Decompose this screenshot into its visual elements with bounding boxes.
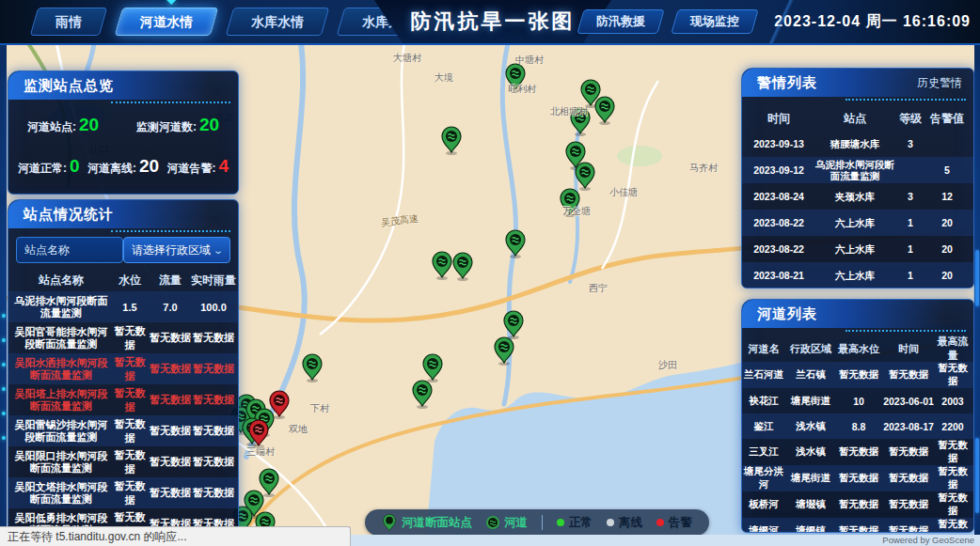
stats-row-1: 河道站点:20监测河道数:20 — [8, 115, 238, 135]
panel-header: 河道列表 — [742, 300, 973, 328]
river-time: 暂无数据 — [881, 445, 936, 459]
station-row[interactable]: 乌泥排水闸河段断面流量监测1.57.0100.0 — [8, 291, 238, 322]
station-name: 吴阳限口排水闸河段断面流量监测 — [8, 450, 110, 475]
header-button-1[interactable]: 防汛救援 — [577, 9, 664, 34]
panel-header: 警情列表 历史警情 — [742, 69, 973, 97]
alarm-value: 20 — [926, 217, 968, 228]
river-max-flow: 暂无数据 — [936, 491, 970, 518]
river-row[interactable]: 三叉江浅水镇暂无数据暂无数据暂无数据 — [742, 439, 973, 465]
river-max-level: 暂无数据 — [836, 472, 881, 485]
river-row[interactable]: 鉴江浅水镇8.82023-08-172200 — [742, 413, 973, 439]
panel-header: 站点情况统计 — [8, 200, 238, 228]
tab-2[interactable]: 河道水情 — [115, 8, 219, 36]
map-place-label: 小佳塘 — [609, 186, 638, 199]
topbar-right-group: 防汛救援现场监控 2023-12-04 周一 16:16:09 — [580, 0, 971, 43]
panel-station-statistics: 站点情况统计 请选择行政区域 ⌄ 站点名称 水位 流量 实时雨量 乌泥排水闸河段… — [8, 199, 239, 542]
col-time: 时间 — [881, 342, 936, 356]
panel-river-list: 河道列表 河道名 行政区域 最高水位 时间 最高流量 兰石河道兰石镇暂无数据暂无… — [741, 299, 974, 533]
col-rain: 实时雨量 — [191, 273, 236, 289]
alarm-level: 3 — [894, 138, 926, 149]
map-place-label: 旺利村 — [508, 83, 536, 96]
station-row[interactable]: 吴阳官哥能排水闸河段断面流量监测暂无数据暂无数据暂无数据 — [8, 322, 238, 353]
alarm-row[interactable]: 2023-09-13猪腰塘水库3 — [742, 131, 973, 157]
tab-1[interactable]: 雨情 — [30, 8, 108, 36]
edge-dot — [2, 338, 6, 342]
station-row[interactable]: 吴阳限口排水闸河段断面流量监测暂无数据暂无数据暂无数据 — [8, 446, 238, 477]
status-label: 正常 — [569, 515, 593, 531]
station-row[interactable]: 吴阳水洒排水闸河段断面流量监测暂无数据暂无数据暂无数据 — [8, 353, 238, 384]
alarm-row[interactable]: 2023-08-21六上水库120 — [742, 262, 973, 289]
river-max-level: 暂无数据 — [836, 524, 881, 533]
river-row[interactable]: 塘缀河塘缀镇暂无数据暂无数据暂无数据 — [742, 518, 973, 533]
page-title: 防汛抗旱一张图 — [411, 8, 576, 36]
history-alarms-link[interactable]: 历史警情 — [917, 75, 962, 91]
tab-3[interactable]: 水库水情 — [226, 8, 330, 36]
alarm-site: 夹颈水库 — [815, 191, 894, 202]
river-name: 鉴江 — [742, 420, 785, 433]
river-station-marker-icon[interactable] — [453, 253, 472, 281]
region-select-dropdown[interactable]: 请选择行政区域 ⌄ — [123, 237, 230, 263]
edge-dot — [2, 387, 6, 391]
scrollbar-thumb[interactable] — [975, 250, 979, 306]
legend-item-1: 河道断面站点 — [382, 513, 472, 532]
alarm-time: 2023-09-12 — [742, 164, 815, 176]
alarm-level: 1 — [894, 243, 926, 255]
alarm-row[interactable]: 2023-08-22六上水库120 — [742, 210, 973, 236]
station-name: 乌泥排水闸河段断面流量监测 — [8, 295, 110, 320]
river-station-marker-icon[interactable] — [413, 381, 432, 409]
map-place-label: 北相塘村 — [550, 105, 588, 118]
header-button-2[interactable]: 现场监控 — [671, 9, 758, 34]
edge-dot — [2, 436, 6, 440]
river-max-level: 8.8 — [836, 421, 881, 432]
station-row[interactable]: 吴阳文塔排水闸河段断面流量监测暂无数据暂无数据暂无数据 — [8, 477, 238, 508]
alarm-row[interactable]: 2023-08-24夹颈水库312 — [742, 183, 973, 210]
alarm-table-header: 时间 站点 等级 告警值 — [742, 106, 973, 131]
station-controls: 请选择行政区域 ⌄ — [8, 228, 238, 269]
river-station-marker-icon[interactable] — [504, 311, 523, 339]
title-band: 防汛抗旱一张图 — [374, 0, 611, 43]
river-max-level: 暂无数据 — [836, 445, 881, 459]
stat-value: 20 — [139, 156, 159, 176]
river-region: 塘缀镇 — [785, 524, 836, 533]
station-name: 吴阳官哥能排水闸河段断面流量监测 — [8, 326, 110, 351]
river-station-marker-icon[interactable] — [442, 127, 461, 155]
station-rain: 100.0 — [191, 302, 236, 313]
river-station-marker-icon[interactable] — [303, 354, 322, 382]
alarm-row[interactable]: 2023-08-22六上水库120 — [742, 236, 973, 262]
river-station-marker-icon[interactable] — [423, 354, 442, 382]
station-rain: 暂无数据 — [191, 424, 236, 438]
col-max-flow: 最高流量 — [936, 335, 970, 363]
river-station-marker-icon[interactable] — [506, 230, 525, 258]
station-table-header: 站点名称 水位 流量 实时雨量 — [8, 269, 238, 291]
river-row[interactable]: 塘尾分洪河塘尾街道暂无数据暂无数据暂无数据 — [742, 465, 973, 491]
alarm-row[interactable]: 2023-09-12乌泥排水闸河段断面流量监测5 — [742, 157, 973, 183]
river-time: 暂无数据 — [881, 368, 936, 382]
river-station-marker-icon[interactable] — [260, 469, 278, 497]
edge-dot — [2, 412, 6, 415]
station-name-input[interactable] — [16, 237, 123, 263]
river-max-flow: 暂无数据 — [936, 439, 970, 465]
panel-alarm-list: 警情列表 历史警情 时间 站点 等级 告警值 2023-09-13猪腰塘水库32… — [741, 68, 974, 289]
river-max-flow: 暂无数据 — [936, 465, 970, 491]
station-flow: 暂无数据 — [150, 362, 191, 376]
river-row[interactable]: 兰石河道兰石镇暂无数据暂无数据暂无数据 — [742, 362, 973, 388]
station-flow: 暂无数据 — [150, 424, 191, 438]
river-station-marker-icon[interactable] — [433, 252, 451, 280]
station-water-level: 暂无数据 — [110, 448, 150, 476]
scrollbar-thumb[interactable] — [975, 438, 979, 513]
river-time: 2023-08-17 — [881, 421, 936, 432]
station-table: 站点名称 水位 流量 实时雨量 乌泥排水闸河段断面流量监测1.57.0100.0… — [8, 269, 238, 542]
col-time: 时间 — [742, 111, 815, 127]
river-row[interactable]: 板桥河塘㙍镇暂无数据暂无数据暂无数据 — [742, 491, 973, 518]
river-station-marker-icon[interactable] — [576, 163, 594, 191]
alarm-time: 2023-08-22 — [742, 217, 815, 228]
col-river-name: 河道名 — [742, 342, 785, 356]
station-row[interactable]: 吴阳雷锡沙排水闸河段断面流量监测暂无数据暂无数据暂无数据 — [8, 415, 238, 446]
station-row[interactable]: 吴阳塔上排水闸河段断面流量监测暂无数据暂无数据暂无数据 — [8, 384, 238, 415]
map-place-label: 万全塘 — [562, 205, 591, 218]
river-row[interactable]: 袂花江塘尾街道102023-06-012003 — [742, 388, 973, 413]
river-station-marker-icon[interactable] — [595, 97, 614, 125]
alarm-time: 2023-08-24 — [742, 191, 815, 202]
stat-item: 河道离线:20 — [87, 156, 159, 177]
station-rain: 暂无数据 — [191, 455, 236, 469]
